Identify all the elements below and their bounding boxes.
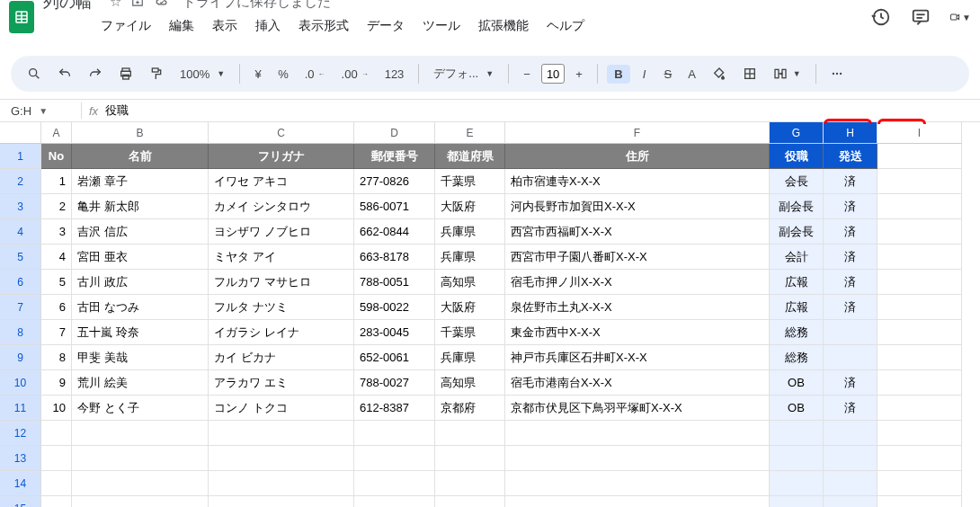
cell-blank[interactable]: [878, 370, 962, 396]
cell-role[interactable]: 副会長: [770, 194, 824, 219]
cell-name[interactable]: 荒川 絵美: [72, 370, 209, 396]
cell-name[interactable]: 亀井 新太郎: [72, 194, 209, 219]
cell-blank[interactable]: [41, 471, 72, 496]
cell-role[interactable]: 会計: [770, 245, 824, 270]
cell-shipped[interactable]: 済: [824, 219, 878, 245]
cell-addr[interactable]: 宿毛市押ノ川X-X-X: [505, 270, 770, 295]
header-cell-no[interactable]: No: [41, 144, 72, 169]
comments-icon[interactable]: [910, 6, 931, 28]
increase-decimal-icon[interactable]: .00→: [336, 64, 374, 84]
cell-blank[interactable]: [72, 446, 209, 471]
column-header-H[interactable]: H: [824, 122, 878, 144]
cell-pref[interactable]: 京都府: [435, 396, 505, 421]
cell-role[interactable]: 広報: [770, 295, 824, 320]
cell-furigana[interactable]: フルカワ マサヒロ: [209, 270, 354, 295]
cell-role[interactable]: OB: [770, 370, 824, 396]
cell-blank[interactable]: [878, 471, 962, 496]
cell-postal[interactable]: 662-0844: [354, 219, 435, 245]
select-all-corner[interactable]: [0, 122, 41, 144]
cell-pref[interactable]: 兵庫県: [435, 219, 505, 245]
cell-furigana[interactable]: アラカワ エミ: [209, 370, 354, 396]
cell-name[interactable]: 五十嵐 玲奈: [72, 320, 209, 345]
cell-postal[interactable]: 283-0045: [354, 320, 435, 345]
row-header-12[interactable]: 12: [0, 421, 41, 446]
sheets-app-icon[interactable]: [9, 1, 34, 33]
cell-pref[interactable]: 兵庫県: [435, 245, 505, 270]
row-header-9[interactable]: 9: [0, 345, 41, 370]
menu-format[interactable]: 表示形式: [291, 16, 356, 36]
cell-shipped[interactable]: 済: [824, 370, 878, 396]
cell-shipped[interactable]: 済: [824, 169, 878, 194]
cell-furigana[interactable]: フルタ ナツミ: [209, 295, 354, 320]
row-header-11[interactable]: 11: [0, 396, 41, 421]
cell-name[interactable]: 古川 政広: [72, 270, 209, 295]
cell-blank[interactable]: [72, 421, 209, 446]
move-icon[interactable]: [130, 0, 145, 8]
meet-icon[interactable]: ▼: [949, 6, 971, 28]
cell-no[interactable]: 3: [41, 219, 72, 245]
cell-blank[interactable]: [505, 421, 770, 446]
cell-no[interactable]: 9: [41, 370, 72, 396]
cell-blank[interactable]: [878, 144, 962, 169]
font-family-dropdown[interactable]: デフォ... ▼: [428, 62, 499, 85]
cell-postal[interactable]: 788-0027: [354, 370, 435, 396]
row-header-8[interactable]: 8: [0, 320, 41, 345]
cell-blank[interactable]: [435, 496, 505, 507]
cell-blank[interactable]: [878, 345, 962, 370]
cell-blank[interactable]: [354, 496, 435, 507]
doc-title[interactable]: 列の幅: [43, 0, 92, 13]
cell-no[interactable]: 6: [41, 295, 72, 320]
menu-data[interactable]: データ: [360, 16, 412, 36]
cell-blank[interactable]: [354, 421, 435, 446]
cell-blank[interactable]: [354, 446, 435, 471]
cell-name[interactable]: 宮田 亜衣: [72, 245, 209, 270]
cell-blank[interactable]: [878, 295, 962, 320]
cell-furigana[interactable]: カイ ビカナ: [209, 345, 354, 370]
row-header-4[interactable]: 4: [0, 219, 41, 245]
name-box[interactable]: G:H▼: [0, 104, 81, 118]
cell-addr[interactable]: 神戸市兵庫区石井町X-X-X: [505, 345, 770, 370]
cell-role[interactable]: OB: [770, 396, 824, 421]
row-header-15[interactable]: 15: [0, 496, 41, 507]
cell-furigana[interactable]: イワセ アキコ: [209, 169, 354, 194]
cell-name[interactable]: 岩瀬 章子: [72, 169, 209, 194]
menu-insert[interactable]: 挿入: [248, 16, 288, 36]
menu-help[interactable]: ヘルプ: [539, 16, 592, 36]
cell-blank[interactable]: [878, 396, 962, 421]
cell-addr[interactable]: 泉佐野市土丸X-X-X: [505, 295, 770, 320]
cell-role[interactable]: 広報: [770, 270, 824, 295]
cell-blank[interactable]: [505, 446, 770, 471]
cell-blank[interactable]: [354, 471, 435, 496]
cell-addr[interactable]: 河内長野市加賀田X-X-X: [505, 194, 770, 219]
decrease-font-icon[interactable]: −: [518, 64, 536, 84]
cell-postal[interactable]: 612-8387: [354, 396, 435, 421]
history-icon[interactable]: [870, 6, 892, 28]
row-header-1[interactable]: 1: [0, 144, 41, 169]
cell-shipped[interactable]: 済: [824, 194, 878, 219]
cell-role[interactable]: 会長: [770, 169, 824, 194]
cell-shipped[interactable]: [824, 345, 878, 370]
cell-blank[interactable]: [878, 245, 962, 270]
cell-name[interactable]: 吉沢 信広: [72, 219, 209, 245]
column-header-G[interactable]: G: [770, 122, 824, 144]
cell-blank[interactable]: [770, 496, 824, 507]
decrease-decimal-icon[interactable]: .0←: [299, 64, 331, 84]
cell-postal[interactable]: 277-0826: [354, 169, 435, 194]
cell-blank[interactable]: [505, 471, 770, 496]
cell-name[interactable]: 甲斐 美哉: [72, 345, 209, 370]
cell-addr[interactable]: 西宮市甲子園八番町X-X-X: [505, 245, 770, 270]
font-size-input[interactable]: [541, 64, 565, 84]
cell-pref[interactable]: 高知県: [435, 370, 505, 396]
column-header-A[interactable]: A: [41, 122, 72, 144]
cell-blank[interactable]: [824, 421, 878, 446]
cell-no[interactable]: 5: [41, 270, 72, 295]
cell-furigana[interactable]: カメイ シンタロウ: [209, 194, 354, 219]
toolbar-more-icon[interactable]: [825, 64, 849, 84]
spreadsheet-grid[interactable]: ABCDEFGHI 1No名前フリガナ郵便番号都道府県住所役職発送21岩瀬 章子…: [0, 122, 980, 503]
cell-furigana[interactable]: ヨシザワ ノブヒロ: [209, 219, 354, 245]
row-header-14[interactable]: 14: [0, 471, 41, 496]
cell-addr[interactable]: 宿毛市港南台X-X-X: [505, 370, 770, 396]
row-header-3[interactable]: 3: [0, 194, 41, 219]
formula-input[interactable]: 役職: [105, 102, 129, 119]
cell-blank[interactable]: [878, 169, 962, 194]
